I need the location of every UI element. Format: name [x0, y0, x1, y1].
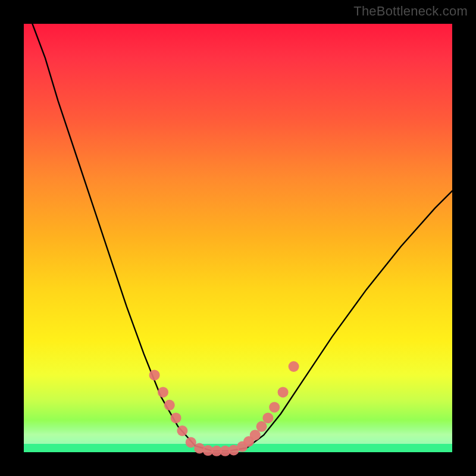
watermark-text: TheBottleneck.com: [353, 4, 468, 19]
marker-dot: [164, 400, 175, 411]
curve-svg: [24, 24, 452, 452]
marker-dot: [289, 361, 299, 372]
marker-dot: [269, 402, 280, 412]
marker-dot: [171, 412, 181, 423]
marker-dot: [256, 421, 267, 432]
bottleneck-curve: [32, 24, 452, 451]
chart-plot-area: [24, 24, 452, 452]
marker-dot: [177, 425, 187, 436]
chart-frame: TheBottleneck.com: [0, 0, 476, 476]
marker-dot: [250, 430, 261, 440]
curve-markers: [149, 361, 299, 456]
marker-dot: [262, 412, 273, 423]
marker-dot: [149, 369, 160, 380]
marker-dot: [278, 387, 289, 397]
marker-dot: [158, 387, 168, 397]
